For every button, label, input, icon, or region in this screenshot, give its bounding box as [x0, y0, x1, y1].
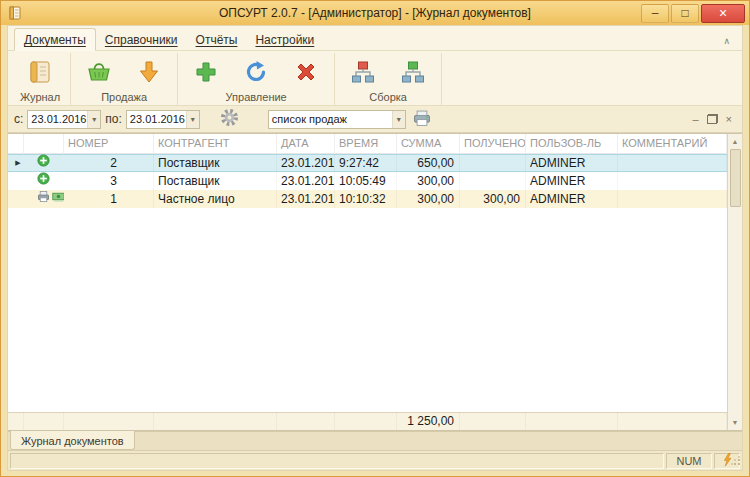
cell-user: ADMINER	[526, 154, 618, 172]
close-button[interactable]: ×	[701, 4, 745, 23]
print-icon	[37, 190, 50, 208]
disassembly-button[interactable]	[395, 56, 431, 90]
vertical-scrollbar[interactable]: ▲ ▼	[727, 134, 742, 430]
cell-number: 2	[64, 154, 154, 172]
cell-sum: 300,00	[397, 190, 460, 208]
cell-comment	[618, 172, 727, 190]
delete-button[interactable]	[288, 56, 324, 90]
cell-contragent: Поставщик	[154, 154, 277, 172]
maximize-icon: □	[681, 5, 688, 21]
column-header-number[interactable]: НОМЕР	[64, 134, 154, 154]
mdi-minimize-button[interactable]: –	[692, 114, 698, 125]
arrow-down-icon	[136, 59, 162, 88]
add-icon	[193, 59, 219, 88]
print-button[interactable]	[410, 109, 434, 130]
menu-settings[interactable]: Настройки	[246, 29, 323, 50]
cell-comment	[618, 190, 727, 208]
foot-user	[526, 412, 618, 430]
refresh-icon	[243, 59, 269, 88]
foot-icons	[24, 412, 64, 430]
status-message-panel	[10, 453, 664, 469]
row-indicator	[8, 172, 24, 190]
date-from-input[interactable]: 23.01.2016 ▾	[27, 110, 101, 129]
foot-indicator	[8, 412, 24, 430]
journal-button[interactable]	[22, 56, 58, 90]
menubar: Документы Справочники Отчёты Настройки ∧	[8, 26, 742, 51]
column-header-contragent[interactable]: КОНТРАГЕНТ	[154, 134, 277, 154]
assembly-red-icon	[350, 59, 376, 88]
column-header-sum[interactable]: СУММА	[397, 134, 460, 154]
row-icons	[24, 172, 64, 190]
view-select[interactable]: список продаж ▾	[268, 110, 406, 129]
menu-documents[interactable]: Документы	[14, 28, 96, 51]
filter-settings-button[interactable]	[218, 109, 242, 130]
close-icon: ×	[719, 5, 727, 21]
app-icon	[7, 5, 23, 21]
grid-header: НОМЕР КОНТРАГЕНТ ДАТА ВРЕМЯ СУММА ПОЛУЧЕ…	[8, 134, 727, 154]
header-icons	[24, 134, 64, 154]
journal-icon	[27, 59, 53, 88]
numlock-indicator: NUM	[666, 453, 712, 469]
scroll-up-icon[interactable]: ▲	[728, 134, 743, 149]
scroll-down-icon[interactable]: ▼	[728, 415, 743, 430]
table-row[interactable]: ▶ 2 Поставщик 23.01.2016 9:27:42 650,00 …	[8, 154, 727, 172]
column-header-comment[interactable]: КОММЕНТАРИЙ	[618, 134, 727, 154]
cell-contragent: Поставщик	[154, 172, 277, 190]
date-to-label: по:	[105, 112, 122, 126]
cell-received: 300,00	[460, 190, 526, 208]
cell-user: ADMINER	[526, 190, 618, 208]
collapse-ribbon-icon[interactable]: ∧	[717, 36, 736, 46]
date-to-input[interactable]: 23.01.2016 ▾	[126, 110, 200, 129]
scrollbar-thumb[interactable]	[730, 149, 741, 207]
cell-time: 9:27:42	[335, 154, 397, 172]
toolbar-group-label: Управление	[226, 91, 287, 104]
sale-income-button[interactable]	[131, 56, 167, 90]
filterbar: с: 23.01.2016 ▾ по: 23.01.2016 ▾ список …	[8, 106, 742, 133]
toolbar-group-sale: Продажа	[71, 53, 178, 105]
current-row-pointer-icon: ▶	[8, 154, 24, 172]
column-header-time[interactable]: ВРЕМЯ	[335, 134, 397, 154]
cash-icon	[52, 190, 64, 208]
add-button[interactable]	[188, 56, 224, 90]
assembly-button[interactable]	[345, 56, 381, 90]
minimize-icon: –	[652, 5, 659, 21]
cell-number: 3	[64, 172, 154, 190]
toolbar: Журнал Продажа	[8, 51, 742, 106]
scrollbar-track[interactable]	[728, 207, 743, 415]
bottom-tab-strip: Журнал документов	[8, 431, 742, 450]
menu-reports[interactable]: Отчёты	[187, 29, 247, 50]
foot-received	[460, 412, 526, 430]
basket-icon	[86, 59, 112, 88]
cell-received	[460, 172, 526, 190]
menu-directories[interactable]: Справочники	[96, 29, 187, 50]
cell-date: 23.01.2016	[277, 190, 335, 208]
mdi-close-button[interactable]: ×	[726, 114, 732, 125]
cell-user: ADMINER	[526, 172, 618, 190]
toolbar-group-assembly: Сборка	[335, 53, 442, 105]
cell-time: 10:05:49	[335, 172, 397, 190]
foot-date	[277, 412, 335, 430]
printer-icon	[412, 109, 432, 130]
minimize-button[interactable]: –	[641, 4, 669, 23]
date-from-label: с:	[14, 112, 23, 126]
column-header-received[interactable]: ПОЛУЧЕНО	[460, 134, 526, 154]
window-title: ОПСУРТ 2.0.7 - [Администратор] - [Журнал…	[1, 6, 749, 20]
table-row[interactable]: 3 Поставщик 23.01.2016 10:05:49 300,00 A…	[8, 172, 727, 190]
cell-contragent: Частное лицо	[154, 190, 277, 208]
tab-journal-documents[interactable]: Журнал документов	[10, 431, 135, 450]
column-header-date[interactable]: ДАТА	[277, 134, 335, 154]
resize-grip[interactable]	[731, 455, 741, 469]
chevron-down-icon: ▾	[392, 111, 405, 128]
toolbar-group-journal: Журнал	[10, 53, 71, 105]
sale-basket-button[interactable]	[81, 56, 117, 90]
column-header-user[interactable]: ПОЛЬЗОВ-ЛЬ	[526, 134, 618, 154]
foot-comment	[618, 412, 727, 430]
maximize-button[interactable]: □	[671, 4, 699, 23]
toolbar-group-label: Журнал	[20, 91, 60, 104]
toolbar-group-label: Сборка	[369, 91, 407, 104]
refresh-button[interactable]	[238, 56, 274, 90]
mdi-restore-button[interactable]	[707, 114, 718, 124]
view-select-value: список продаж	[269, 113, 392, 125]
table-row[interactable]: 1 Частное лицо 23.01.2016 10:10:32 300,0…	[8, 190, 727, 208]
toolbar-group-manage: Управление	[178, 53, 335, 105]
